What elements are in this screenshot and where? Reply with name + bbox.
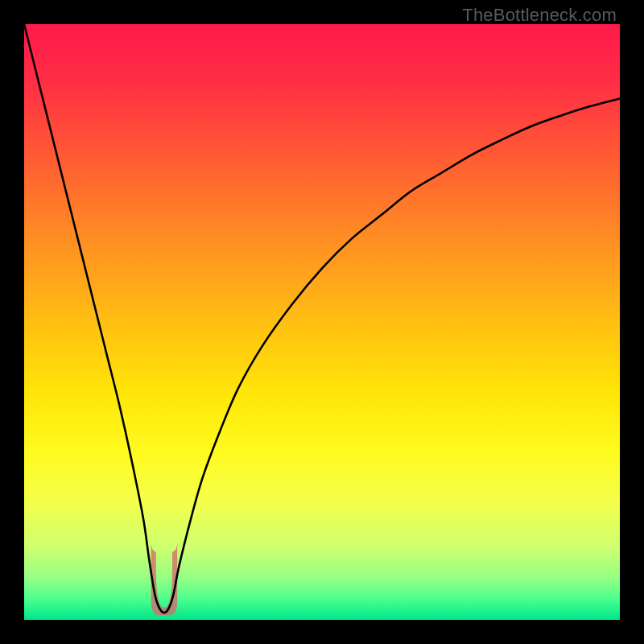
branding-text: TheBottleneck.com [462, 5, 617, 26]
chart-frame [24, 24, 620, 620]
chart-background [24, 24, 620, 620]
bottleneck-chart [24, 24, 620, 620]
